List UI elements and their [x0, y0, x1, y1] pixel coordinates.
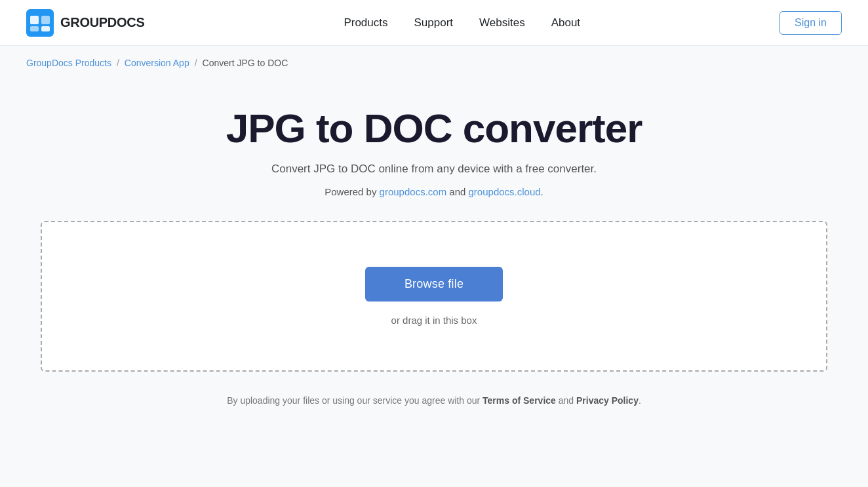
- footer-note: By uploading your files or using our ser…: [227, 395, 641, 425]
- nav-item-products[interactable]: Products: [344, 16, 387, 29]
- nav-item-support[interactable]: Support: [414, 16, 454, 29]
- footer-prefix: By uploading your files or using our ser…: [227, 395, 483, 406]
- logo-icon: [26, 9, 54, 37]
- sign-in-button[interactable]: Sign in: [779, 11, 842, 35]
- powered-by-prefix: Powered by: [325, 186, 379, 197]
- powered-by-suffix: .: [541, 186, 543, 197]
- groupdocs-cloud-link[interactable]: groupdocs.cloud: [469, 186, 541, 197]
- nav-item-about[interactable]: About: [551, 16, 580, 29]
- breadcrumb: GroupDocs Products / Conversion App / Co…: [0, 46, 868, 80]
- page-subtitle: Convert JPG to DOC online from any devic…: [271, 163, 597, 176]
- main-content: JPG to DOC converter Convert JPG to DOC …: [0, 80, 868, 438]
- browse-file-button[interactable]: Browse file: [365, 267, 503, 302]
- powered-by-and: and: [446, 186, 468, 197]
- breadcrumb-sep-2: /: [195, 58, 197, 68]
- footer-suffix: .: [639, 395, 641, 406]
- footer-and: and: [556, 395, 576, 406]
- breadcrumb-item-conversion-app[interactable]: Conversion App: [125, 58, 189, 68]
- logo[interactable]: GROUPDOCS: [26, 9, 144, 37]
- tos-link[interactable]: Terms of Service: [483, 395, 556, 406]
- svg-rect-4: [41, 26, 50, 31]
- breadcrumb-item-groupdocs[interactable]: GroupDocs Products: [26, 58, 111, 68]
- groupdocs-com-link[interactable]: groupdocs.com: [380, 186, 447, 197]
- breadcrumb-item-current: Convert JPG to DOC: [203, 58, 288, 68]
- logo-text: GROUPDOCS: [60, 15, 144, 30]
- powered-by: Powered by groupdocs.com and groupdocs.c…: [325, 186, 543, 197]
- svg-rect-2: [41, 16, 50, 24]
- svg-rect-1: [30, 16, 39, 24]
- drag-drop-text: or drag it in this box: [391, 315, 477, 326]
- main-nav: Products Support Websites About: [344, 16, 580, 29]
- page-title: JPG to DOC converter: [226, 106, 642, 151]
- breadcrumb-sep-1: /: [117, 58, 119, 68]
- privacy-link[interactable]: Privacy Policy: [576, 395, 639, 406]
- drop-zone[interactable]: Browse file or drag it in this box: [41, 221, 827, 372]
- svg-rect-3: [30, 26, 39, 31]
- nav-item-websites[interactable]: Websites: [479, 16, 525, 29]
